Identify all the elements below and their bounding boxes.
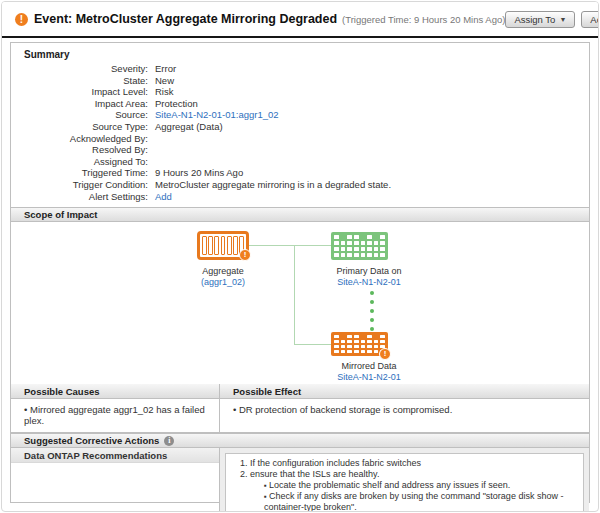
field-label: Source Type: (11, 121, 148, 133)
mirrored-node-link[interactable]: SiteA-N1-N2-01 (337, 372, 401, 382)
field-label: Impact Level: (11, 86, 148, 98)
field-value: MetroCluster aggregate mirroring is in a… (155, 179, 391, 191)
recommendations-right-column: If the configuration includes fabric swi… (220, 448, 589, 512)
primary-data-label: Primary Data on SiteA-N1-N2-01 (323, 266, 415, 287)
cause-item: Mirrored aggregate aggr1_02 has a failed… (24, 404, 211, 426)
field-row-acknowledged-by: Acknowledged By: (11, 133, 589, 145)
source-link[interactable]: SiteA-N1-N2-01-01:aggr1_02 (155, 109, 279, 121)
field-row-severity: Severity: Error (11, 63, 589, 75)
recommendation-substeps: Locate the problematic shelf and address… (264, 480, 573, 512)
summary-heading: Summary (11, 49, 589, 60)
recommendations-section: Data ONTAP Recommendations If the config… (11, 448, 589, 512)
connector-aggregate-primary (249, 245, 331, 246)
field-label: Source: (11, 109, 148, 121)
field-row-impact-area: Impact Area: Protection (11, 98, 589, 110)
acknowledge-label: Acknowledge (590, 14, 599, 25)
field-row-alert-settings: Alert Settings: Add (11, 191, 589, 203)
acknowledge-button[interactable]: Acknowledge (581, 11, 599, 28)
field-value: 9 Hours 20 Mins Ago (155, 167, 243, 179)
field-label: Assigned To: (11, 156, 148, 168)
warning-badge-icon: ! (239, 249, 251, 261)
event-header: ! Event: MetroCluster Aggregate Mirrorin… (2, 2, 598, 38)
possible-causes-column: Possible Causes Mirrored aggregate aggr1… (11, 384, 220, 432)
field-label: Impact Area: (11, 98, 148, 110)
field-value: New (155, 75, 174, 87)
scope-heading-label: Scope of Impact (24, 209, 97, 220)
field-row-triggered-time: Triggered Time: 9 Hours 20 Mins Ago (11, 167, 589, 179)
field-label: Alert Settings: (11, 191, 148, 203)
ontap-recommendations-label: Data ONTAP Recommendations (24, 450, 167, 461)
field-label: Triggered Time: (11, 167, 148, 179)
step-text: ensure that the ISLs are healthy. (250, 469, 379, 479)
recommendations-left-column: Data ONTAP Recommendations (11, 448, 220, 512)
scope-of-impact-header: Scope of Impact (11, 207, 589, 222)
warning-badge-icon: ! (379, 348, 391, 360)
primary-data-icon[interactable] (331, 232, 388, 260)
field-row-source-type: Source Type: Aggregat (Data) (11, 121, 589, 133)
page-title: Event: MetroCluster Aggregate Mirroring … (34, 12, 337, 26)
possible-causes-header: Possible Causes (11, 384, 219, 399)
field-label: State: (11, 75, 148, 87)
assign-to-label: Assign To (514, 14, 555, 25)
assign-to-button[interactable]: Assign To ▼ (505, 11, 575, 28)
header-buttons: Assign To ▼ Acknowledge Mar (505, 11, 599, 28)
connector-to-mirrored (294, 344, 331, 345)
recommendations-box: If the configuration includes fabric swi… (225, 453, 584, 512)
info-icon[interactable]: i (164, 436, 174, 446)
connector-vertical (294, 245, 295, 344)
scope-of-impact-diagram: ! Aggregate (aggr1_02) Primary Data on S… (11, 222, 589, 384)
suggested-actions-header: Suggested Corrective Actions i (11, 433, 589, 448)
substep-text: Locate the problematic shelf and address… (269, 480, 510, 490)
field-value: Protection (155, 98, 198, 110)
possible-effect-body: DR protection of backend storage is comp… (220, 399, 589, 421)
field-value: Error (155, 63, 176, 75)
alert-settings-add-link[interactable]: Add (155, 191, 172, 203)
recommendation-step: ensure that the ISLs are healthy. Locate… (250, 469, 573, 512)
window-frame: ! Event: MetroCluster Aggregate Mirrorin… (1, 1, 599, 512)
event-detail-panel: Summary Severity: Error State: New Impac… (10, 42, 590, 503)
field-label: Acknowledged By: (11, 133, 148, 145)
possible-effect-header: Possible Effect (220, 384, 589, 399)
step-text: If the configuration includes fabric swi… (250, 458, 421, 468)
chevron-down-icon: ▼ (559, 16, 566, 23)
mirrored-data-label: Mirrored Data SiteA-N1-N2-01 (323, 361, 415, 382)
field-row-assigned-to: Assigned To: (11, 156, 589, 168)
effect-item: DR protection of backend storage is comp… (233, 404, 581, 415)
field-value: Risk (155, 86, 173, 98)
field-row-resolved-by: Resolved By: (11, 144, 589, 156)
error-severity-icon: ! (15, 13, 28, 26)
field-row-impact-level: Impact Level: Risk (11, 86, 589, 98)
field-label: Trigger Condition: (11, 179, 148, 191)
possible-effect-label: Possible Effect (233, 386, 301, 397)
summary-section: Summary Severity: Error State: New Impac… (11, 43, 589, 207)
possible-effect-column: Possible Effect DR protection of backend… (220, 384, 589, 432)
aggregate-link[interactable]: (aggr1_02) (201, 277, 245, 287)
aggregate-label: Aggregate (aggr1_02) (177, 266, 269, 287)
substep-text: Check if any disks are broken by using t… (264, 491, 563, 512)
field-row-source: Source: SiteA-N1-N2-01-01:aggr1_02 (11, 109, 589, 121)
causes-effect-table: Possible Causes Mirrored aggregate aggr1… (11, 384, 589, 433)
recommendation-steps: If the configuration includes fabric swi… (250, 458, 573, 512)
possible-causes-label: Possible Causes (24, 386, 100, 397)
field-row-trigger-condition: Trigger Condition: MetroCluster aggregat… (11, 179, 589, 191)
recommendation-substep: Check if any disks are broken by using t… (264, 491, 573, 512)
field-row-state: State: New (11, 75, 589, 87)
suggested-actions-label: Suggested Corrective Actions (24, 435, 159, 446)
mirrored-data-label-text: Mirrored Data (341, 361, 396, 371)
field-label: Severity: (11, 63, 148, 75)
field-label: Resolved By: (11, 144, 148, 156)
recommendation-step: If the configuration includes fabric swi… (250, 458, 573, 469)
triggered-time-text: (Triggered Time: 9 Hours 20 Mins Ago) (342, 14, 505, 25)
ontap-recommendations-heading: Data ONTAP Recommendations (11, 448, 219, 463)
recommendation-substep: Locate the problematic shelf and address… (264, 480, 573, 491)
possible-causes-body: Mirrored aggregate aggr1_02 has a failed… (11, 399, 219, 432)
aggregate-label-text: Aggregate (202, 266, 244, 276)
primary-node-link[interactable]: SiteA-N1-N2-01 (337, 277, 401, 287)
primary-data-label-text: Primary Data on (336, 266, 401, 276)
field-value: Aggregat (Data) (155, 121, 223, 133)
